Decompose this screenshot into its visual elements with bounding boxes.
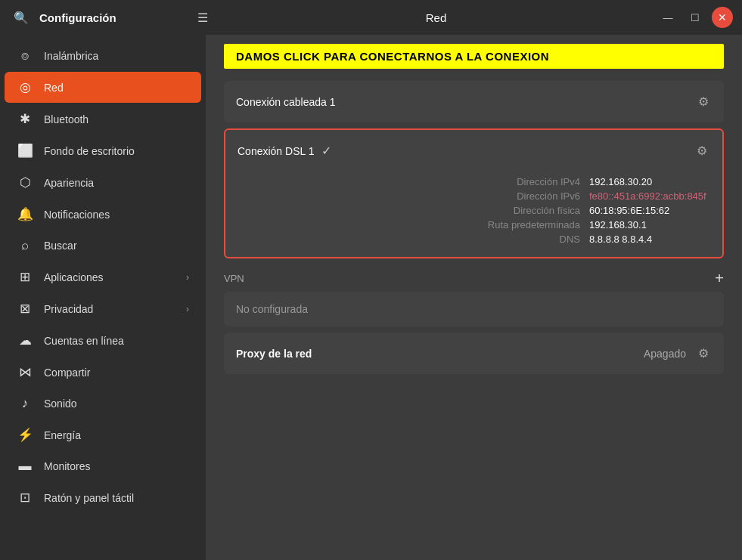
sidebar-item-monitores[interactable]: ▬Monitores — [5, 451, 201, 481]
energia-label: Energía — [44, 429, 81, 441]
cuentas-label: Cuentas en línea — [44, 335, 124, 347]
proxy-section: Proxy de la red Apagado ⚙ — [224, 333, 724, 374]
buscar-icon: ⌕ — [17, 238, 33, 253]
apariencia-label: Apariencia — [44, 177, 94, 189]
dsl-connection-name: Conexión DSL 1 ✓ — [238, 144, 331, 158]
proxy-right: Apagado ⚙ — [644, 343, 712, 364]
maximize-button[interactable]: ☐ — [685, 7, 706, 28]
wired-connection-header: Conexión cableada 1 ⚙ — [224, 81, 724, 122]
detail-row: Dirección IPv6fe80::451a:6992:acbb:845f — [238, 189, 710, 203]
titlebar: 🔍 Configuración ☰ Red — ☐ ✕ — [0, 0, 742, 35]
detail-value: 192.168.30.20 — [589, 176, 710, 187]
detail-label: Dirección IPv6 — [517, 190, 580, 202]
notificaciones-label: Notificaciones — [44, 209, 110, 221]
wired-connection-name: Conexión cableada 1 — [236, 96, 336, 108]
vpn-add-button[interactable]: + — [715, 271, 724, 286]
raton-icon: ⊡ — [17, 490, 33, 506]
proxy-gear-icon[interactable]: ⚙ — [695, 343, 712, 364]
sidebar-item-energia[interactable]: ⚡Energía — [5, 419, 201, 450]
sidebar-item-bluetooth[interactable]: ✱Bluetooth — [5, 104, 201, 135]
annotation-banner: DAMOS CLICK PARA CONECTARNOS A LA CONEXI… — [224, 44, 724, 69]
detail-label: Dirección IPv4 — [517, 176, 580, 187]
detail-label: Dirección física — [514, 205, 580, 216]
sidebar-item-inalambrica[interactable]: ⌾Inalámbrica — [5, 41, 201, 71]
sidebar-item-apariencia[interactable]: ⬡Apariencia — [5, 167, 201, 198]
menu-button[interactable]: ☰ — [191, 5, 215, 29]
monitores-icon: ▬ — [17, 459, 33, 474]
detail-label: Ruta predeterminada — [488, 219, 580, 230]
dsl-connection-item[interactable]: Conexión DSL 1 ✓ ⚙ Dirección IPv4192.168… — [224, 128, 724, 258]
aplicaciones-label: Aplicaciones — [44, 271, 104, 283]
raton-label: Ratón y panel táctil — [44, 492, 134, 504]
sidebar-item-buscar[interactable]: ⌕Buscar — [5, 230, 201, 261]
apariencia-icon: ⬡ — [17, 175, 33, 190]
compartir-label: Compartir — [44, 367, 90, 379]
search-icon: 🔍 — [14, 11, 29, 25]
sidebar-item-compartir[interactable]: ⋈Compartir — [5, 357, 201, 388]
inalambrica-icon: ⌾ — [17, 48, 33, 63]
minimize-button[interactable]: — — [657, 7, 678, 28]
sidebar: ⌾Inalámbrica◎Red✱Bluetooth⬜Fondo de escr… — [0, 35, 206, 560]
wired-connection-item[interactable]: Conexión cableada 1 ⚙ — [224, 81, 724, 122]
dsl-connection-header: Conexión DSL 1 ✓ ⚙ — [225, 130, 722, 172]
proxy-header: Proxy de la red Apagado ⚙ — [224, 333, 724, 374]
detail-value: fe80::451a:6992:acbb:845f — [589, 190, 710, 202]
sidebar-item-privacidad[interactable]: ⊠Privacidad› — [5, 293, 201, 324]
proxy-label: Proxy de la red — [236, 348, 312, 360]
aplicaciones-chevron-icon: › — [186, 272, 189, 283]
cuentas-icon: ☁ — [17, 333, 33, 348]
detail-value: 60:18:95:6E:15:62 — [589, 205, 710, 216]
monitores-label: Monitores — [44, 460, 90, 472]
detail-label: DNS — [560, 234, 580, 245]
dsl-connection-details: Dirección IPv4192.168.30.20Dirección IPv… — [225, 172, 722, 257]
notificaciones-icon: 🔔 — [17, 206, 33, 222]
bluetooth-label: Bluetooth — [44, 113, 88, 125]
aplicaciones-icon: ⊞ — [17, 269, 33, 285]
app-title: Configuración — [39, 11, 116, 24]
detail-value: 8.8.8.8 8.8.4.4 — [589, 234, 710, 245]
red-label: Red — [44, 82, 64, 94]
privacidad-chevron-icon: › — [186, 304, 189, 314]
sidebar-item-red[interactable]: ◎Red — [5, 72, 201, 103]
privacidad-label: Privacidad — [44, 303, 93, 315]
sidebar-item-sonido[interactable]: ♪Sonido — [5, 388, 201, 419]
sonido-icon: ♪ — [17, 396, 33, 411]
compartir-icon: ⋈ — [17, 364, 33, 380]
vpn-body: No configurada — [224, 292, 724, 326]
detail-row: DNS8.8.8.8 8.8.4.4 — [238, 232, 710, 246]
menu-icon: ☰ — [197, 11, 208, 25]
sidebar-item-fondo[interactable]: ⬜Fondo de escritorio — [5, 135, 201, 166]
search-button[interactable]: 🔍 — [9, 5, 33, 29]
close-button[interactable]: ✕ — [712, 7, 733, 28]
dsl-gear-icon[interactable]: ⚙ — [694, 141, 710, 161]
connected-checkmark: ✓ — [321, 144, 331, 158]
window-controls: — ☐ ✕ — [657, 7, 733, 28]
fondo-label: Fondo de escritorio — [44, 145, 135, 157]
inalambrica-label: Inalámbrica — [44, 50, 98, 62]
privacidad-icon: ⊠ — [17, 301, 33, 317]
vpn-section: VPN + No configurada — [224, 271, 724, 326]
proxy-status: Apagado — [644, 348, 686, 360]
buscar-label: Buscar — [44, 240, 77, 252]
sidebar-item-aplicaciones[interactable]: ⊞Aplicaciones› — [5, 261, 201, 292]
vpn-unconfigured-text: No configurada — [236, 303, 308, 315]
sidebar-item-raton[interactable]: ⊡Ratón y panel táctil — [5, 482, 201, 513]
sidebar-item-cuentas[interactable]: ☁Cuentas en línea — [5, 325, 201, 356]
detail-row: Dirección física60:18:95:6E:15:62 — [238, 203, 710, 218]
main-layout: ⌾Inalámbrica◎Red✱Bluetooth⬜Fondo de escr… — [0, 35, 742, 560]
window-title: Red — [215, 11, 657, 24]
vpn-header: VPN + — [224, 271, 724, 292]
fondo-icon: ⬜ — [17, 143, 33, 159]
vpn-label: VPN — [224, 273, 244, 284]
detail-row: Ruta predeterminada192.168.30.1 — [238, 218, 710, 232]
sonido-label: Sonido — [44, 398, 77, 410]
sidebar-item-notificaciones[interactable]: 🔔Notificaciones — [5, 199, 201, 230]
titlebar-left: 🔍 Configuración ☰ — [9, 5, 215, 29]
content-area: DAMOS CLICK PARA CONECTARNOS A LA CONEXI… — [206, 35, 742, 560]
wired-gear-icon[interactable]: ⚙ — [695, 91, 712, 112]
detail-value: 192.168.30.1 — [589, 219, 710, 230]
detail-row: Dirección IPv4192.168.30.20 — [238, 175, 710, 189]
energia-icon: ⚡ — [17, 427, 33, 443]
bluetooth-icon: ✱ — [17, 111, 33, 127]
red-icon: ◎ — [17, 79, 33, 95]
